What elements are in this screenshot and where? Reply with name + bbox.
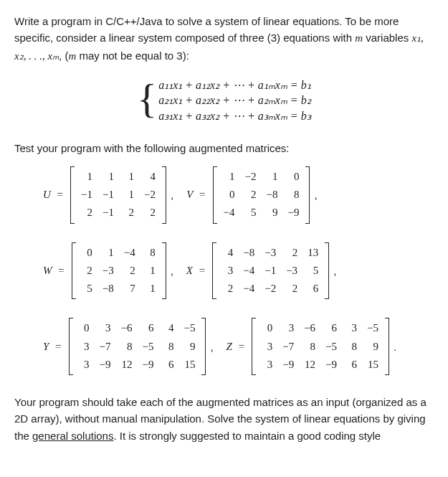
- matrix-cell: 2: [240, 186, 262, 204]
- matrix-cell: 3: [277, 319, 299, 337]
- intro-text-4: may not be equal to 3):: [76, 49, 189, 62]
- matrix-cell: 8: [342, 338, 362, 356]
- left-brace: {: [137, 78, 157, 120]
- matrix-cell: 0: [75, 319, 95, 337]
- matrix-cell: −9: [282, 204, 304, 222]
- matrix-cell: 3: [218, 262, 238, 280]
- matrix-cell: −1: [76, 186, 97, 204]
- matrix-cell: 1: [119, 168, 139, 186]
- matrix-cell: −2: [240, 168, 262, 186]
- matrix-cell: 3: [257, 338, 277, 356]
- matrix-cell: −5: [138, 338, 159, 356]
- matrix-W: 0 1−482−3 215−8 71: [72, 242, 166, 300]
- matrix-cell: 4: [139, 168, 161, 186]
- matrix-cell: −5: [362, 319, 383, 337]
- matrix-cell: −1: [97, 186, 119, 204]
- matrix-cell: −5: [178, 319, 200, 337]
- matrix-cell: −2: [259, 280, 281, 298]
- matrix-cell: 8: [282, 186, 304, 204]
- var-m-2: m: [68, 50, 76, 62]
- matrix-V: 1−2 1 0 0 2−8 8−4 5 9−9: [213, 166, 310, 224]
- matrix-cell: 5: [77, 280, 97, 298]
- var-m-1: m: [355, 32, 363, 44]
- matrix-cell: 9: [178, 338, 200, 356]
- matrix-cell: 1: [97, 168, 119, 186]
- matrix-cell: −8: [97, 280, 119, 298]
- matrix-cell: 6: [158, 356, 178, 374]
- matrix-X: 4−8−3 2133−4−1−3 52−4−2 2 6: [212, 242, 329, 300]
- matrix-row-1: U = 1 11 4−1−11−2 2−12 2 , V = 1−2 1 0 0…: [43, 166, 434, 224]
- matrix-U: 1 11 4−1−11−2 2−12 2: [70, 166, 166, 224]
- matrix-cell: 6: [138, 319, 159, 337]
- matrix-cell: 8: [140, 244, 161, 262]
- comma: ,: [314, 186, 317, 203]
- matrix-cell: 5: [240, 204, 262, 222]
- equation-system: { a₁₁x₁ + a₁₂x₂ + ⋯ + a₁ₘxₘ = b₁ a₂₁x₁ +…: [14, 77, 434, 124]
- matrix-cell: −5: [320, 338, 342, 356]
- matrix-cell: 15: [362, 356, 383, 374]
- matrix-U-label: U =: [43, 186, 67, 203]
- matrix-Z-label: Z =: [227, 339, 249, 355]
- matrix-cell: −4: [219, 204, 240, 222]
- matrix-cell: 2: [281, 280, 302, 298]
- matrix-cell: 12: [299, 356, 320, 374]
- matrix-cell: −6: [299, 319, 320, 337]
- matrix-cell: 0: [77, 244, 97, 262]
- matrix-cell: −8: [238, 244, 259, 262]
- intro-text-3: , (: [59, 49, 68, 62]
- matrix-cell: 1: [76, 168, 97, 186]
- matrix-cell: 1: [219, 168, 240, 186]
- matrix-cell: 0: [282, 168, 304, 186]
- matrix-cell: 1: [140, 280, 161, 298]
- matrix-cell: 3: [75, 338, 95, 356]
- test-header: Test your program with the following aug…: [14, 140, 434, 156]
- comma: ,: [171, 186, 173, 203]
- matrix-cell: −3: [97, 262, 119, 280]
- matrix-cell: 1: [140, 262, 161, 280]
- matrix-cell: 2: [119, 262, 140, 280]
- comma: ,: [333, 263, 336, 279]
- matrix-cell: 0: [257, 319, 277, 337]
- equation-line-1: a₁₁x₁ + a₁₂x₂ + ⋯ + a₁ₘxₘ = b₁: [158, 77, 311, 93]
- matrix-row-2: W = 0 1−482−3 215−8 71 , X = 4−8−3 2133−…: [43, 242, 434, 300]
- matrix-cell: −8: [261, 186, 282, 204]
- matrix-cell: 8: [299, 338, 320, 356]
- matrix-cell: 3: [257, 356, 277, 374]
- outro-paragraph: Your program should take each of the aug…: [14, 394, 434, 444]
- matrix-cell: −2: [139, 186, 161, 204]
- matrix-cell: −9: [277, 356, 299, 374]
- matrix-cell: 3: [95, 319, 116, 337]
- matrix-cell: −9: [320, 356, 342, 374]
- matrix-cell: 7: [119, 280, 140, 298]
- intro-paragraph: Write a program in C/C++/Java to solve a…: [14, 13, 434, 65]
- intro-text-1: Write a program in C/C++/Java to solve a…: [14, 15, 399, 44]
- matrix-Y: 0 3−6 64−53−7 8−58 93−912−9615: [69, 318, 206, 375]
- matrix-cell: −9: [95, 356, 116, 374]
- matrix-cell: 3: [342, 319, 362, 337]
- matrix-cell: 4: [158, 319, 178, 337]
- matrix-cell: 2: [281, 244, 302, 262]
- matrix-cell: 1: [119, 186, 139, 204]
- matrix-V-label: V =: [186, 186, 209, 203]
- matrix-cell: 3: [75, 356, 95, 374]
- matrix-cell: −1: [97, 204, 119, 222]
- matrices-block: U = 1 11 4−1−11−2 2−12 2 , V = 1−2 1 0 0…: [43, 166, 434, 375]
- matrix-cell: 12: [116, 356, 138, 374]
- matrix-cell: −3: [259, 244, 281, 262]
- matrix-cell: 2: [77, 262, 97, 280]
- period: .: [394, 339, 396, 355]
- matrix-cell: −7: [277, 338, 299, 356]
- matrix-cell: −7: [95, 338, 116, 356]
- matrix-W-label: W =: [43, 263, 68, 279]
- matrix-X-label: X =: [186, 263, 209, 279]
- matrix-cell: −4: [119, 244, 140, 262]
- matrix-cell: 2: [76, 204, 97, 222]
- matrix-cell: 5: [302, 262, 323, 280]
- matrix-cell: 1: [97, 244, 119, 262]
- matrix-cell: 2: [119, 204, 139, 222]
- matrix-Y-label: Y =: [43, 339, 65, 355]
- matrix-cell: 4: [218, 244, 238, 262]
- matrix-Z: 0 3−6 63−53−7 8−58 93−912−9615: [252, 318, 389, 375]
- equation-line-3: a₃₁x₁ + a₃₂x₂ + ⋯ + a₃ₘxₘ = b₃: [158, 108, 311, 124]
- matrix-cell: −9: [138, 356, 159, 374]
